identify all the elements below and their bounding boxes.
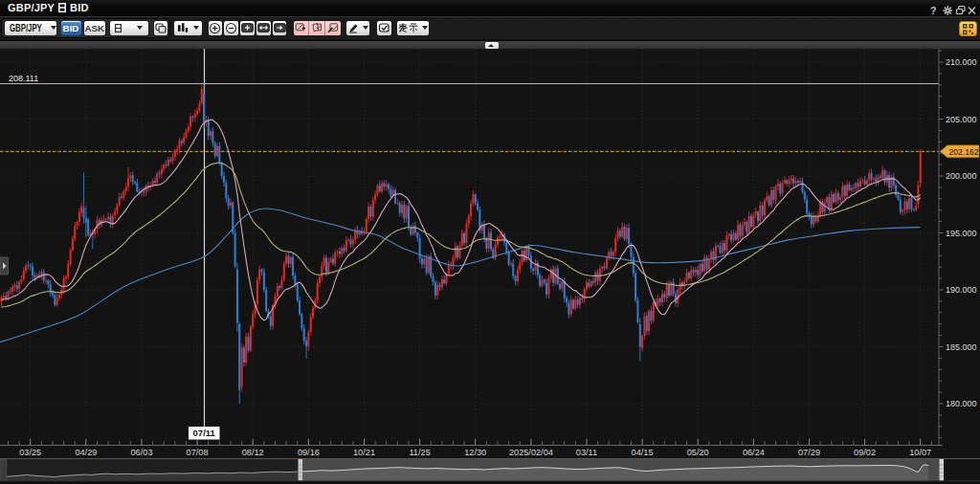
svg-text:12/30: 12/30	[464, 447, 486, 456]
svg-text:03/11: 03/11	[576, 447, 597, 456]
svg-text:09/02: 09/02	[854, 447, 876, 456]
svg-text:07/08: 07/08	[187, 447, 209, 456]
svg-text:200.000: 200.000	[946, 171, 977, 181]
svg-text:06/03: 06/03	[131, 447, 153, 456]
svg-text:205.000: 205.000	[946, 114, 977, 123]
svg-text:185.000: 185.000	[946, 341, 977, 351]
svg-text:07/29: 07/29	[798, 447, 820, 456]
svg-text:09/16: 09/16	[298, 447, 320, 456]
svg-text:08/12: 08/12	[242, 447, 264, 456]
svg-text:04/29: 04/29	[75, 447, 97, 456]
svg-text:180.000: 180.000	[946, 399, 977, 408]
svg-text:195.000: 195.000	[946, 228, 977, 237]
svg-text:208.111: 208.111	[9, 73, 38, 82]
svg-text:10/07: 10/07	[909, 447, 931, 456]
svg-text:07/11: 07/11	[193, 428, 216, 438]
svg-text:06/24: 06/24	[743, 447, 765, 456]
svg-text:03/25: 03/25	[19, 447, 41, 456]
svg-text:190.000: 190.000	[946, 285, 977, 295]
svg-text:10/21: 10/21	[353, 447, 375, 456]
svg-text:202.162: 202.162	[949, 146, 979, 156]
svg-text:04/15: 04/15	[632, 447, 654, 456]
svg-text:05/20: 05/20	[687, 447, 709, 456]
svg-text:?: ?	[930, 5, 936, 16]
svg-text:210.000: 210.000	[946, 57, 977, 67]
svg-text:2025/02/04: 2025/02/04	[509, 447, 553, 456]
svg-text:11/25: 11/25	[409, 447, 430, 456]
